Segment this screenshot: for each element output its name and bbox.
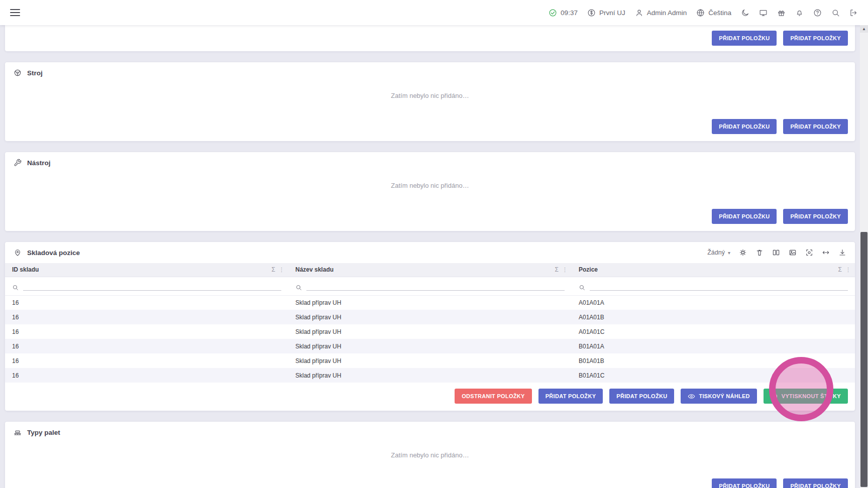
expand-columns-button[interactable] (822, 249, 830, 257)
search-icon (295, 284, 302, 291)
add-items-button[interactable]: PŘIDAT POLOŽKY (783, 209, 848, 224)
table-cell: Sklad příprav UH (288, 295, 572, 310)
sum-icon[interactable]: Σ (555, 267, 559, 273)
delete-rows-button[interactable] (755, 249, 764, 257)
table-cell: B01A01C (572, 368, 855, 383)
table-cell: A01A01B (572, 310, 855, 324)
filter-pozice-input[interactable] (590, 281, 848, 291)
table-cell: Sklad příprav UH (288, 324, 572, 339)
top-partial-actions: PŘIDAT POLOŽKU PŘIDAT POLOŽKY (712, 31, 848, 46)
table-cell: B01A01B (572, 353, 855, 368)
image-view-button[interactable] (789, 249, 797, 257)
table-cell: Sklad příprav UH (288, 353, 572, 368)
eye-icon (688, 393, 695, 400)
search-icon (579, 284, 585, 291)
section-stroj-actions: PŘIDAT POLOŽKU PŘIDAT POLOŽKY (5, 113, 855, 141)
user-menu[interactable]: Admin Admin (635, 9, 687, 17)
table-row[interactable]: 16Sklad příprav UHA01A01C (5, 324, 855, 339)
export-button[interactable] (838, 249, 846, 257)
table-settings-button[interactable] (739, 249, 747, 257)
logout-button[interactable] (849, 9, 858, 17)
table-filter-row (5, 277, 855, 295)
search-button[interactable] (831, 9, 840, 17)
scroll-up-arrow[interactable]: ▲ (860, 25, 868, 33)
pallet-icon (14, 428, 22, 436)
sum-icon[interactable]: Σ (838, 267, 842, 273)
dark-mode-toggle[interactable] (741, 9, 749, 17)
moon-icon (741, 9, 749, 17)
add-items-button[interactable]: PŘIDAT POLOŽKY (783, 31, 848, 46)
column-header-nazev-skladu[interactable]: Název skladu Σ⋮ (288, 263, 572, 277)
section-nastroj-actions: PŘIDAT POLOŽKU PŘIDAT POLOŽKY (5, 203, 855, 231)
scrollbar[interactable]: ▲ (860, 25, 868, 488)
column-label: ID skladu (12, 266, 39, 273)
table-cell: Sklad příprav UH (288, 339, 572, 353)
currency-icon (587, 9, 596, 17)
scan-image-icon (805, 249, 813, 257)
clock-time: 09:37 (561, 9, 578, 17)
gift-icon (777, 9, 786, 17)
table-cell: 16 (5, 324, 288, 339)
location-pin-icon (14, 249, 22, 257)
column-menu-icon[interactable]: ⋮ (845, 267, 851, 273)
empty-state-text: Zatím nebylo nic přidáno… (5, 443, 855, 472)
add-item-button[interactable]: PŘIDAT POLOŽKU (712, 31, 777, 46)
remove-items-button[interactable]: ODSTRANIT POLOŽKY (455, 389, 532, 404)
column-menu-icon[interactable]: ⋮ (562, 267, 568, 273)
add-item-button[interactable]: PŘIDAT POLOŽKU (712, 478, 777, 488)
table-row[interactable]: 16Sklad příprav UHB01A01C (5, 368, 855, 383)
group-filter-dropdown[interactable]: Žádný ▾ (707, 249, 730, 256)
table-cell: 16 (5, 368, 288, 383)
columns-icon (772, 249, 780, 257)
scan-view-button[interactable] (805, 249, 813, 257)
add-items-button[interactable]: PŘIDAT POLOŽKY (783, 119, 848, 134)
help-button[interactable] (813, 9, 822, 17)
table-row[interactable]: 16Sklad příprav UHA01A01A (5, 295, 855, 310)
machine-icon (14, 69, 22, 77)
add-item-button[interactable]: PŘIDAT POLOŽKU (609, 389, 674, 404)
section-title: Nástroj (27, 159, 51, 167)
trash-icon (755, 249, 764, 257)
user-name: Admin Admin (647, 9, 687, 17)
display-button[interactable] (759, 9, 768, 17)
section-nastroj: Nástroj Zatím nebylo nic přidáno… PŘIDAT… (5, 152, 855, 231)
notifications-button[interactable] (795, 9, 804, 17)
add-items-button[interactable]: PŘIDAT POLOŽKY (538, 389, 603, 404)
sum-icon[interactable]: Σ (272, 267, 275, 273)
table-cell: Sklad příprav UH (288, 310, 572, 324)
language-switcher[interactable]: Čeština (696, 9, 731, 17)
button-label: TISKOVÝ NÁHLED (699, 393, 749, 399)
column-header-id-skladu[interactable]: ID skladu Σ⋮ (5, 263, 288, 277)
table-row[interactable]: 16Sklad příprav UHB01A01A (5, 339, 855, 353)
whats-new-button[interactable] (777, 9, 786, 17)
company-switcher[interactable]: První UJ (587, 9, 625, 17)
add-item-button[interactable]: PŘIDAT POLOŽKU (712, 209, 777, 224)
print-labels-button[interactable]: VYTISKNOUT ŠTÍTKY (764, 389, 848, 404)
section-title: Stroj (27, 69, 43, 77)
filter-nazev-skladu-input[interactable] (306, 281, 565, 291)
column-menu-icon[interactable]: ⋮ (279, 267, 284, 273)
language-label: Čeština (708, 9, 731, 17)
section-palety-header: Typy palet (5, 422, 855, 443)
table-cell: A01A01A (572, 295, 855, 310)
add-item-button[interactable]: PŘIDAT POLOŽKU (712, 119, 777, 134)
table-toolbar: Žádný ▾ (707, 249, 846, 257)
section-sklad-actions: ODSTRANIT POLOŽKY PŘIDAT POLOŽKY PŘIDAT … (5, 383, 855, 411)
table-row[interactable]: 16Sklad příprav UHB01A01B (5, 353, 855, 368)
arrows-horizontal-icon (822, 249, 830, 257)
table-row[interactable]: 16Sklad příprav UHA01A01B (5, 310, 855, 324)
group-filter-value: Žádný (707, 249, 725, 256)
check-circle-icon (549, 9, 557, 17)
scrollbar-thumb[interactable] (860, 232, 867, 487)
hamburger-menu-icon[interactable] (10, 9, 20, 16)
button-label: VYTISKNOUT ŠTÍTKY (782, 393, 841, 399)
add-items-button[interactable]: PŘIDAT POLOŽKY (783, 478, 848, 488)
section-typy-palet: Typy palet Zatím nebylo nic přidáno… PŘI… (5, 422, 855, 488)
table-cell: 16 (5, 353, 288, 368)
filter-id-skladu-input[interactable] (23, 281, 281, 291)
table-head: ID skladu Σ⋮ Název skladu Σ⋮ Pozice Σ⋮ (5, 263, 855, 295)
columns-button[interactable] (772, 249, 780, 257)
print-preview-button[interactable]: TISKOVÝ NÁHLED (681, 389, 756, 404)
column-header-pozice[interactable]: Pozice Σ⋮ (572, 263, 855, 277)
table-cell: B01A01A (572, 339, 855, 353)
